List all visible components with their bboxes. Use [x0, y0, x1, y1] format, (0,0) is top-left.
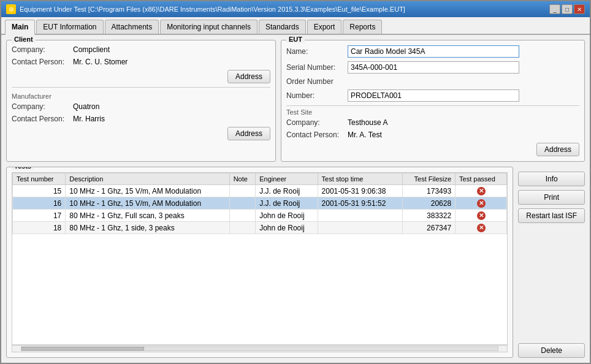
cell-passed: ✕	[456, 185, 507, 197]
title-bar: ⚙ Equipment Under Test [C:\Program Files…	[1, 1, 590, 17]
tab-monitoring[interactable]: Monitoring input channels	[160, 20, 257, 34]
table-row[interactable]: 15 10 MHz - 1 Ghz, 15 V/m, AM Modulation…	[13, 185, 507, 197]
eut-title: EUT	[286, 36, 305, 43]
cell-stop-time: 2001-05-31 9:06:38	[318, 185, 402, 197]
manufacturer-company-label: Company:	[12, 102, 73, 111]
cell-note	[229, 197, 256, 210]
eut-serial-row: Serial Number:	[286, 61, 579, 74]
client-contact-value: Mr. C. U. Stomer	[73, 58, 128, 66]
tests-table-container: Test number Description Note Engineer Te…	[12, 172, 508, 345]
client-company-row: Company: Compclient	[12, 45, 270, 54]
table-row[interactable]: 17 80 MHz - 1 Ghz, Full scan, 3 peaks Jo…	[13, 210, 507, 222]
separator-1	[12, 87, 270, 88]
tests-table: Test number Description Note Engineer Te…	[12, 173, 507, 234]
cell-passed: ✕	[456, 222, 507, 234]
cell-description: 80 MHz - 1 Ghz, 1 side, 3 peaks	[66, 222, 229, 234]
cell-engineer: J.J. de Rooij	[256, 197, 318, 210]
cell-note	[229, 185, 256, 197]
client-manufacturer-panel: Client Company: Compclient Contact Perso…	[6, 40, 276, 162]
error-icon: ✕	[477, 187, 486, 195]
top-row: Client Company: Compclient Contact Perso…	[6, 40, 585, 162]
manufacturer-contact-value: Mr. Harris	[73, 115, 105, 123]
cell-filesize: 20628	[402, 197, 455, 210]
cell-description: 10 MHz - 1 Ghz, 15 V/m, AM Modulation	[66, 197, 229, 210]
table-row[interactable]: 16 10 MHz - 1 Ghz, 15 V/m, AM Modulation…	[13, 197, 507, 210]
client-contact-label: Contact Person:	[12, 58, 73, 66]
eut-serial-label: Serial Number:	[286, 63, 348, 72]
eut-testsite-panel: EUT Name: Serial Number: Order Number Nu…	[281, 40, 585, 162]
cell-engineer: John de Rooij	[256, 222, 318, 234]
col-header-stop-time: Test stop time	[318, 173, 402, 185]
manufacturer-contact-row: Contact Person: Mr. Harris	[12, 115, 270, 123]
manufacturer-address-button[interactable]: Address	[227, 127, 270, 140]
col-header-test-number: Test number	[13, 173, 66, 185]
col-header-description: Description	[66, 173, 229, 185]
title-bar-left: ⚙ Equipment Under Test [C:\Program Files…	[6, 4, 405, 14]
manufacturer-company-row: Company: Quatron	[12, 102, 270, 111]
testsite-address-button[interactable]: Address	[536, 143, 579, 156]
tab-eut-information[interactable]: EUT Information	[36, 20, 103, 34]
horizontal-scrollbar[interactable]	[12, 345, 508, 352]
cell-filesize: 267347	[402, 222, 455, 234]
error-icon: ✕	[477, 224, 486, 232]
cell-test-number: 16	[13, 197, 66, 210]
eut-name-row: Name:	[286, 45, 579, 58]
tab-attachments[interactable]: Attachments	[105, 20, 159, 34]
tab-export[interactable]: Export	[307, 20, 342, 34]
client-address-button[interactable]: Address	[227, 70, 270, 83]
tab-reports[interactable]: Reports	[343, 20, 382, 34]
cell-test-number: 18	[13, 222, 66, 234]
tab-main[interactable]: Main	[5, 20, 35, 35]
eut-name-label: Name:	[286, 47, 348, 56]
cell-test-number: 17	[13, 210, 66, 222]
col-header-engineer: Engineer	[256, 173, 318, 185]
delete-button[interactable]: Delete	[518, 343, 585, 358]
eut-serial-input[interactable]	[348, 61, 519, 74]
eut-name-input[interactable]	[348, 45, 519, 58]
testsite-title: Test Site	[286, 108, 579, 116]
tests-table-body: 15 10 MHz - 1 Ghz, 15 V/m, AM Modulation…	[13, 185, 507, 234]
cell-stop-time	[318, 210, 402, 222]
tests-title: Tests	[12, 167, 34, 170]
window-title: Equipment Under Test [C:\Program Files (…	[20, 6, 405, 13]
cell-note	[229, 210, 256, 222]
cell-stop-time	[318, 222, 402, 234]
app-icon: ⚙	[6, 4, 16, 14]
info-button[interactable]: Info	[518, 172, 585, 186]
client-company-label: Company:	[12, 45, 73, 54]
cell-passed: ✕	[456, 197, 507, 210]
testsite-company-label: Company:	[286, 118, 348, 127]
tab-standards[interactable]: Standards	[259, 20, 306, 34]
tests-panel: Tests Test number Description Note Engin…	[6, 167, 513, 358]
eut-number-label: Number:	[286, 91, 348, 100]
manufacturer-section: Manufacturer Company: Quatron Contact Pe…	[12, 93, 270, 140]
title-buttons: _ □ ✕	[549, 4, 585, 14]
bottom-row: Tests Test number Description Note Engin…	[6, 167, 585, 358]
testsite-company-row: Company: Testhouse A	[286, 118, 579, 127]
cell-passed: ✕	[456, 210, 507, 222]
action-buttons-panel: Info Print Restart last ISF Delete	[518, 167, 585, 358]
maximize-button[interactable]: □	[562, 4, 573, 14]
client-company-value: Compclient	[73, 45, 110, 54]
close-button[interactable]: ✕	[574, 4, 585, 14]
testsite-contact-row: Contact Person: Mr. A. Test	[286, 131, 579, 139]
eut-number-row: Number:	[286, 89, 579, 102]
minimize-button[interactable]: _	[549, 4, 560, 14]
error-icon: ✕	[477, 211, 486, 220]
col-header-passed: Test passed	[456, 173, 507, 185]
scrollbar-thumb[interactable]	[21, 347, 144, 351]
eut-number-input[interactable]	[348, 89, 519, 102]
table-row[interactable]: 18 80 MHz - 1 Ghz, 1 side, 3 peaks John …	[13, 222, 507, 234]
print-button[interactable]: Print	[518, 190, 585, 205]
tabs-bar: Main EUT Information Attachments Monitor…	[1, 17, 590, 35]
cell-stop-time: 2001-05-31 9:51:52	[318, 197, 402, 210]
client-title: Client	[12, 36, 36, 43]
cell-test-number: 15	[13, 185, 66, 197]
testsite-contact-value: Mr. A. Test	[348, 131, 382, 139]
eut-order-label-row: Order Number	[286, 77, 579, 86]
eut-order-group-label: Order Number	[286, 77, 348, 86]
restart-isf-button[interactable]: Restart last ISF	[518, 208, 585, 223]
manufacturer-company-value: Quatron	[73, 102, 99, 111]
testsite-company-value: Testhouse A	[348, 118, 387, 127]
manufacturer-title: Manufacturer	[12, 93, 270, 100]
